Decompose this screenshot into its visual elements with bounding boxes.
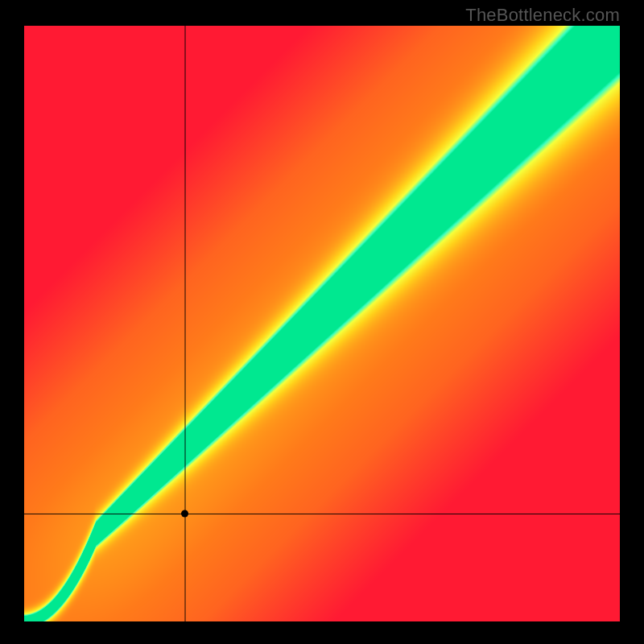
watermark-text: TheBottleneck.com bbox=[465, 5, 620, 26]
chart-frame: TheBottleneck.com bbox=[0, 0, 644, 644]
heatmap-canvas bbox=[24, 26, 620, 621]
